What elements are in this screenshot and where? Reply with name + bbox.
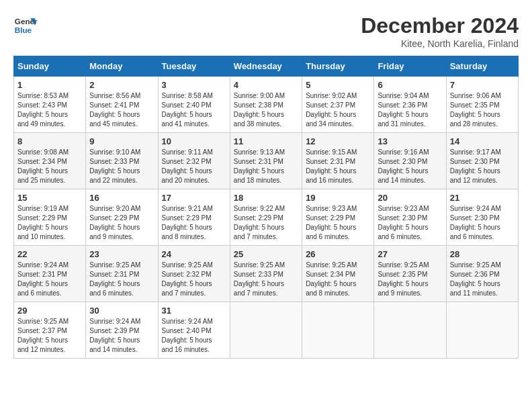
- day-info: Sunrise: 9:08 AM Sunset: 2:34 PM Dayligh…: [17, 148, 82, 185]
- day-number: 11: [234, 136, 298, 146]
- calendar-day-cell: 29Sunrise: 9:25 AM Sunset: 2:37 PM Dayli…: [14, 302, 86, 359]
- calendar-day-cell: 26Sunrise: 9:25 AM Sunset: 2:34 PM Dayli…: [302, 246, 374, 302]
- calendar-week-row: 15Sunrise: 9:19 AM Sunset: 2:29 PM Dayli…: [14, 189, 519, 246]
- calendar-week-row: 8Sunrise: 9:08 AM Sunset: 2:34 PM Daylig…: [14, 133, 519, 189]
- calendar-day-cell: 19Sunrise: 9:23 AM Sunset: 2:29 PM Dayli…: [302, 189, 374, 246]
- day-info: Sunrise: 9:23 AM Sunset: 2:30 PM Dayligh…: [378, 204, 442, 242]
- day-info: Sunrise: 8:53 AM Sunset: 2:43 PM Dayligh…: [17, 91, 82, 129]
- calendar-empty-cell: [302, 302, 374, 359]
- calendar-table: SundayMondayTuesdayWednesdayThursdayFrid…: [13, 56, 519, 359]
- header-monday: Monday: [86, 56, 158, 77]
- day-info: Sunrise: 9:15 AM Sunset: 2:31 PM Dayligh…: [306, 148, 370, 185]
- day-number: 7: [450, 80, 515, 90]
- calendar-day-cell: 27Sunrise: 9:25 AM Sunset: 2:35 PM Dayli…: [374, 246, 446, 302]
- day-number: 9: [89, 136, 154, 146]
- calendar-day-cell: 8Sunrise: 9:08 AM Sunset: 2:34 PM Daylig…: [14, 133, 86, 189]
- day-info: Sunrise: 9:25 AM Sunset: 2:33 PM Dayligh…: [234, 261, 298, 298]
- day-info: Sunrise: 9:16 AM Sunset: 2:30 PM Dayligh…: [378, 148, 442, 185]
- day-number: 31: [162, 306, 226, 316]
- day-info: Sunrise: 9:25 AM Sunset: 2:37 PM Dayligh…: [17, 317, 82, 355]
- day-info: Sunrise: 8:56 AM Sunset: 2:41 PM Dayligh…: [89, 91, 154, 129]
- calendar-day-cell: 22Sunrise: 9:24 AM Sunset: 2:31 PM Dayli…: [14, 246, 86, 302]
- logo-icon: General Blue: [13, 13, 38, 38]
- header-thursday: Thursday: [302, 56, 374, 77]
- calendar-day-cell: 7Sunrise: 9:06 AM Sunset: 2:35 PM Daylig…: [446, 77, 518, 133]
- day-number: 2: [89, 80, 154, 90]
- calendar-day-cell: 13Sunrise: 9:16 AM Sunset: 2:30 PM Dayli…: [374, 133, 446, 189]
- day-info: Sunrise: 9:21 AM Sunset: 2:29 PM Dayligh…: [162, 204, 226, 242]
- calendar-day-cell: 9Sunrise: 9:10 AM Sunset: 2:33 PM Daylig…: [86, 133, 158, 189]
- calendar-day-cell: 30Sunrise: 9:24 AM Sunset: 2:39 PM Dayli…: [86, 302, 158, 359]
- day-info: Sunrise: 9:22 AM Sunset: 2:29 PM Dayligh…: [234, 204, 298, 242]
- calendar-week-row: 1Sunrise: 8:53 AM Sunset: 2:43 PM Daylig…: [14, 77, 519, 133]
- calendar-empty-cell: [446, 302, 518, 359]
- day-info: Sunrise: 9:25 AM Sunset: 2:32 PM Dayligh…: [162, 261, 226, 298]
- day-info: Sunrise: 9:17 AM Sunset: 2:30 PM Dayligh…: [450, 148, 515, 185]
- calendar-day-cell: 17Sunrise: 9:21 AM Sunset: 2:29 PM Dayli…: [158, 189, 230, 246]
- day-number: 22: [17, 249, 82, 259]
- day-info: Sunrise: 9:25 AM Sunset: 2:35 PM Dayligh…: [378, 261, 442, 298]
- day-number: 10: [162, 136, 226, 146]
- calendar-day-cell: 25Sunrise: 9:25 AM Sunset: 2:33 PM Dayli…: [230, 246, 302, 302]
- logo: General Blue: [13, 13, 38, 38]
- header: General Blue December 2024 Kitee, North …: [13, 13, 519, 49]
- day-info: Sunrise: 9:04 AM Sunset: 2:36 PM Dayligh…: [378, 91, 442, 129]
- day-number: 19: [306, 193, 370, 203]
- calendar-day-cell: 16Sunrise: 9:20 AM Sunset: 2:29 PM Dayli…: [86, 189, 158, 246]
- calendar-day-cell: 5Sunrise: 9:02 AM Sunset: 2:37 PM Daylig…: [302, 77, 374, 133]
- day-info: Sunrise: 8:58 AM Sunset: 2:40 PM Dayligh…: [162, 91, 226, 129]
- day-info: Sunrise: 9:10 AM Sunset: 2:33 PM Dayligh…: [89, 148, 154, 185]
- day-number: 15: [17, 193, 82, 203]
- day-number: 16: [89, 193, 154, 203]
- day-info: Sunrise: 9:13 AM Sunset: 2:31 PM Dayligh…: [234, 148, 298, 185]
- calendar-day-cell: 3Sunrise: 8:58 AM Sunset: 2:40 PM Daylig…: [158, 77, 230, 133]
- calendar-day-cell: 1Sunrise: 8:53 AM Sunset: 2:43 PM Daylig…: [14, 77, 86, 133]
- day-number: 29: [17, 306, 82, 316]
- day-info: Sunrise: 9:00 AM Sunset: 2:38 PM Dayligh…: [234, 91, 298, 129]
- header-saturday: Saturday: [446, 56, 518, 77]
- day-number: 28: [450, 249, 515, 259]
- day-info: Sunrise: 9:24 AM Sunset: 2:31 PM Dayligh…: [17, 261, 82, 298]
- calendar-day-cell: 6Sunrise: 9:04 AM Sunset: 2:36 PM Daylig…: [374, 77, 446, 133]
- day-number: 24: [162, 249, 226, 259]
- calendar-empty-cell: [230, 302, 302, 359]
- calendar-day-cell: 23Sunrise: 9:25 AM Sunset: 2:31 PM Dayli…: [86, 246, 158, 302]
- day-info: Sunrise: 9:25 AM Sunset: 2:31 PM Dayligh…: [89, 261, 154, 298]
- day-number: 5: [306, 80, 370, 90]
- day-number: 27: [378, 249, 442, 259]
- calendar-day-cell: 28Sunrise: 9:25 AM Sunset: 2:36 PM Dayli…: [446, 246, 518, 302]
- day-number: 20: [378, 193, 442, 203]
- day-number: 13: [378, 136, 442, 146]
- month-year-title: December 2024: [361, 13, 519, 38]
- day-number: 18: [234, 193, 298, 203]
- day-number: 1: [17, 80, 82, 90]
- title-area: December 2024 Kitee, North Karelia, Finl…: [361, 13, 519, 49]
- day-info: Sunrise: 9:02 AM Sunset: 2:37 PM Dayligh…: [306, 91, 370, 129]
- calendar-day-cell: 20Sunrise: 9:23 AM Sunset: 2:30 PM Dayli…: [374, 189, 446, 246]
- calendar-header-row: SundayMondayTuesdayWednesdayThursdayFrid…: [14, 56, 519, 77]
- day-number: 17: [162, 193, 226, 203]
- day-info: Sunrise: 9:25 AM Sunset: 2:34 PM Dayligh…: [306, 261, 370, 298]
- header-friday: Friday: [374, 56, 446, 77]
- day-info: Sunrise: 9:20 AM Sunset: 2:29 PM Dayligh…: [89, 204, 154, 242]
- day-info: Sunrise: 9:24 AM Sunset: 2:40 PM Dayligh…: [162, 317, 226, 355]
- calendar-day-cell: 18Sunrise: 9:22 AM Sunset: 2:29 PM Dayli…: [230, 189, 302, 246]
- calendar-week-row: 29Sunrise: 9:25 AM Sunset: 2:37 PM Dayli…: [14, 302, 519, 359]
- calendar-day-cell: 12Sunrise: 9:15 AM Sunset: 2:31 PM Dayli…: [302, 133, 374, 189]
- day-number: 12: [306, 136, 370, 146]
- calendar-day-cell: 21Sunrise: 9:24 AM Sunset: 2:30 PM Dayli…: [446, 189, 518, 246]
- day-number: 14: [450, 136, 515, 146]
- header-tuesday: Tuesday: [158, 56, 230, 77]
- day-number: 23: [89, 249, 154, 259]
- calendar-week-row: 22Sunrise: 9:24 AM Sunset: 2:31 PM Dayli…: [14, 246, 519, 302]
- day-info: Sunrise: 9:06 AM Sunset: 2:35 PM Dayligh…: [450, 91, 515, 129]
- header-wednesday: Wednesday: [230, 56, 302, 77]
- day-info: Sunrise: 9:25 AM Sunset: 2:36 PM Dayligh…: [450, 261, 515, 298]
- day-info: Sunrise: 9:11 AM Sunset: 2:32 PM Dayligh…: [162, 148, 226, 185]
- day-number: 4: [234, 80, 298, 90]
- day-number: 8: [17, 136, 82, 146]
- day-number: 26: [306, 249, 370, 259]
- calendar-day-cell: 24Sunrise: 9:25 AM Sunset: 2:32 PM Dayli…: [158, 246, 230, 302]
- svg-text:Blue: Blue: [15, 26, 32, 34]
- day-number: 6: [378, 80, 442, 90]
